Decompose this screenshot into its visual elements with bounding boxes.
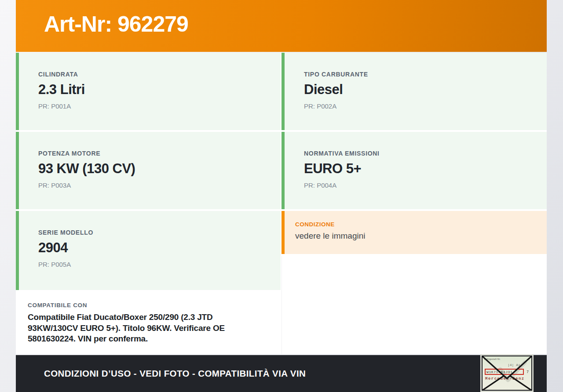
header-banner: Art-Nr: 962279 xyxy=(16,0,547,52)
card-pr-code: PR: P004A xyxy=(304,181,539,189)
card-label: CILINDRATA xyxy=(38,71,273,78)
card-label: POTENZA MOTORE xyxy=(38,150,273,157)
spec-card-serie-modello: SERIE MODELLO 2904 PR: P005A xyxy=(16,211,281,290)
footer-bar: CONDIZIONI D’USO - VEDI FOTO - COMPATIBI… xyxy=(16,355,547,392)
card-label: NORMATIVA EMISSIONI xyxy=(304,150,539,157)
card-pr-code: PR: P003A xyxy=(38,181,273,189)
listing-page: Art-Nr: 962279 CILINDRATA 2.3 Litri PR: … xyxy=(16,0,547,392)
card-pr-code: PR: P005A xyxy=(38,261,273,268)
card-label: SERIE MODELLO xyxy=(38,229,273,236)
empty-filler xyxy=(282,256,547,354)
condition-value: vedere le immagini xyxy=(295,231,539,241)
card-label: TIPO CARBURANTE xyxy=(304,71,539,78)
article-number-title: Art-Nr: 962279 xyxy=(44,11,188,37)
card-value: 93 KW (130 CV) xyxy=(38,161,273,177)
compatibility-text: Compatibile Fiat Ducato/Boxer 250/290 (2… xyxy=(28,312,248,345)
card-value: 2.3 Litri xyxy=(38,82,273,98)
card-value: 2904 xyxy=(38,240,273,256)
spec-column-right: TIPO CARBURANTE Diesel PR: P002A NORMATI… xyxy=(282,53,547,354)
card-pr-code: PR: P001A xyxy=(38,102,273,110)
spec-card-potenza-motore: POTENZA MOTORE 93 KW (130 CV) PR: P003A xyxy=(16,132,281,209)
condition-card: CONDIZIONE vedere le immagini xyxy=(282,211,547,254)
spec-card-tipo-carburante: TIPO CARBURANTE Diesel PR: P002A xyxy=(282,53,547,130)
condition-label: CONDIZIONE xyxy=(295,221,539,228)
compatibility-label: COMPATIBILE CON xyxy=(28,302,267,309)
spec-card-cilindrata: CILINDRATA 2.3 Litri PR: P001A xyxy=(16,53,281,130)
envelope-icon xyxy=(483,356,531,390)
vehicle-document-thumbnail: Fahrgestell-Nr. |4| Ai W1K71463J31 7 Mer… xyxy=(482,356,532,391)
card-pr-code: PR: P002A xyxy=(304,102,539,110)
spec-card-normativa-emissioni: NORMATIVA EMISSIONI EURO 5+ PR: P004A xyxy=(282,132,547,209)
footer-conditions-text: CONDIZIONI D’USO - VEDI FOTO - COMPATIBI… xyxy=(44,368,306,379)
spec-column-left: CILINDRATA 2.3 Litri PR: P001A POTENZA M… xyxy=(16,53,281,354)
card-value: EURO 5+ xyxy=(304,161,539,177)
spec-grid: CILINDRATA 2.3 Litri PR: P001A POTENZA M… xyxy=(16,53,547,354)
card-value: Diesel xyxy=(304,82,539,98)
compatibility-card: COMPATIBILE CON Compatibile Fiat Ducato/… xyxy=(16,292,281,353)
